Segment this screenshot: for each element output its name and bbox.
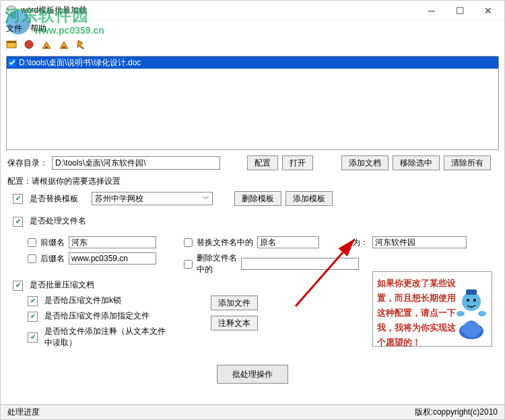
- svg-point-7: [462, 292, 481, 311]
- svg-point-9: [467, 299, 469, 302]
- toolbar-icon-4[interactable]: [59, 39, 69, 50]
- suffix-input[interactable]: [69, 252, 156, 265]
- template-row: 是否替换模板 苏州中学网校 删除模板 添加模板: [13, 191, 492, 206]
- svg-point-12: [478, 311, 486, 316]
- svg-point-2: [25, 40, 33, 48]
- prefix-checkbox[interactable]: [28, 238, 36, 247]
- add-template-button[interactable]: 添加模板: [285, 191, 333, 206]
- minimize-button[interactable]: ─: [424, 4, 440, 18]
- del-in-name-label: 删除文件名中的: [197, 252, 237, 275]
- replace-in-name-label: 替换文件名中的: [197, 237, 253, 248]
- filename-row: 是否处理文件名: [13, 215, 492, 227]
- prefix-label: 前缀名: [40, 237, 65, 248]
- genie-icon: [454, 277, 489, 342]
- svg-rect-8: [466, 289, 477, 295]
- suffix-checkbox[interactable]: [28, 254, 36, 263]
- del-name-input[interactable]: [241, 258, 359, 270]
- toolbar-icon-1[interactable]: [6, 39, 17, 50]
- statusbar: 处理进度 版权:coppyright(c)2010: [1, 405, 504, 419]
- remove-selected-button[interactable]: 移除选中: [393, 155, 440, 170]
- hint-text: 如果你更改了某些设置，而且想长期使用这种配置，请点一下我，我将为你实现这个愿望的…: [377, 276, 457, 350]
- new-name-input[interactable]: [372, 236, 467, 248]
- save-dir-input[interactable]: [52, 156, 220, 170]
- orig-name-input[interactable]: [257, 236, 319, 248]
- toolbar-icon-5[interactable]: [76, 39, 87, 50]
- close-button[interactable]: ✕: [480, 4, 496, 18]
- process-filename-label: 是否处理文件名: [30, 215, 86, 227]
- del-in-name-checkbox[interactable]: [184, 260, 193, 269]
- save-dir-label: 保存目录：: [7, 158, 48, 169]
- status-right: 版权:coppyright(c)2010: [415, 407, 498, 418]
- add-file-checkbox[interactable]: [28, 311, 40, 322]
- config-header: 配置：请根据你的需要选择设置: [7, 176, 498, 187]
- menubar: 文件 帮助: [1, 21, 504, 36]
- svg-rect-1: [7, 41, 16, 43]
- toolbar: [1, 36, 504, 53]
- hint-box[interactable]: 如果你更改了某些设置，而且想长期使用这种配置，请点一下我，我将为你实现这个愿望的…: [372, 271, 492, 347]
- comment-checkbox[interactable]: [28, 332, 40, 343]
- replace-template-label: 是否替换模板: [30, 193, 78, 205]
- file-checkbox[interactable]: [8, 59, 16, 67]
- batch-compress-label: 是否批量压缩文档: [30, 279, 94, 291]
- add-doc-button[interactable]: 添加文档: [341, 155, 389, 170]
- file-row[interactable]: D:\tools\桌面\说明书\绿化设计.doc: [7, 57, 498, 69]
- svg-point-10: [473, 299, 476, 302]
- replace-in-name-checkbox[interactable]: [184, 238, 193, 247]
- open-button[interactable]: 打开: [282, 155, 313, 170]
- maximize-button[interactable]: ☐: [452, 4, 468, 18]
- menu-help[interactable]: 帮助: [30, 23, 46, 34]
- suffix-label: 后缀名: [40, 253, 65, 265]
- config-button[interactable]: 配置: [247, 155, 278, 170]
- status-left: 处理进度: [7, 407, 40, 418]
- add-file-button[interactable]: 添加文件: [211, 295, 258, 310]
- toolbar-icon-3[interactable]: [41, 39, 52, 50]
- svg-rect-4: [63, 46, 65, 48]
- prefix-input[interactable]: [69, 236, 156, 248]
- comment-button[interactable]: 注释文本: [211, 316, 258, 330]
- menu-file[interactable]: 文件: [6, 23, 22, 34]
- lock-label: 是否给压缩文件加k锁: [44, 295, 121, 306]
- del-template-button[interactable]: 删除模板: [234, 191, 281, 206]
- window-title: word模板批量加载: [21, 5, 424, 16]
- process-filename-checkbox[interactable]: [13, 216, 26, 227]
- toolbar-icon-2[interactable]: [24, 39, 34, 50]
- comment-label: 是否给文件添加注释（从文本文件中读取）: [44, 326, 170, 349]
- file-list[interactable]: D:\tools\桌面\说明书\绿化设计.doc: [6, 56, 499, 150]
- batch-process-button[interactable]: 批处理操作: [217, 365, 288, 384]
- lock-checkbox[interactable]: [28, 295, 40, 306]
- replace-template-checkbox[interactable]: [13, 193, 26, 204]
- add-file-label: 是否给压缩文件添加指定文件: [44, 310, 149, 322]
- svg-point-11: [457, 311, 465, 316]
- svg-rect-3: [45, 46, 48, 48]
- file-path: D:\tools\桌面\说明书\绿化设计.doc: [19, 57, 141, 69]
- clear-all-button[interactable]: 清除所有: [444, 155, 491, 170]
- save-row: 保存目录： 配置 打开 添加文档 移除选中 清除所有: [7, 155, 498, 170]
- template-combo[interactable]: 苏州中学网校: [92, 192, 213, 205]
- batch-compress-checkbox[interactable]: [13, 280, 26, 291]
- titlebar: word模板批量加载 ─ ☐ ✕: [1, 1, 504, 21]
